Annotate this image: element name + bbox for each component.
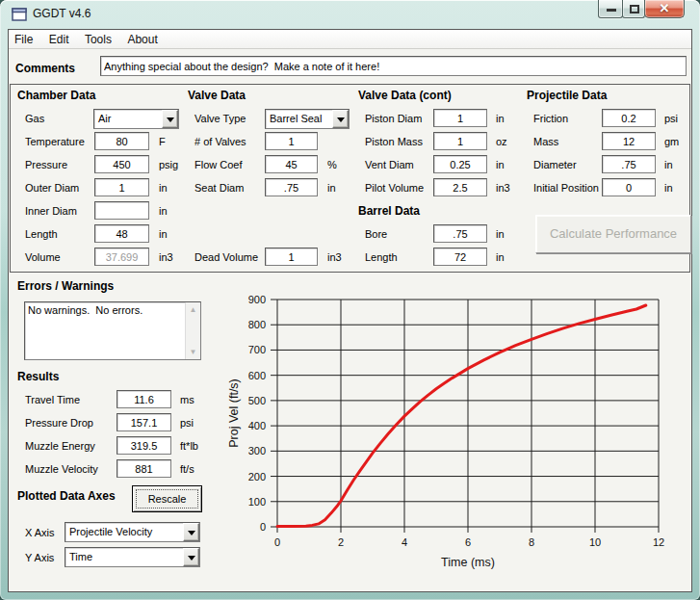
velocity-chart: 0246810120100200300400500600700800900Tim… — [215, 284, 684, 590]
svg-text:500: 500 — [248, 395, 266, 406]
friction-unit: psi — [664, 109, 678, 128]
gas-combo-button[interactable] — [162, 110, 178, 128]
app-icon — [12, 8, 27, 21]
pressure-label: Pressure — [25, 155, 67, 174]
volume-label: Volume — [25, 248, 61, 267]
initial-position-unit: in — [664, 178, 673, 197]
svg-text:Time (ms): Time (ms) — [441, 556, 495, 569]
travel-time-row: Travel Time ms — [25, 390, 218, 409]
x-axis-value: Projectile Velocity — [69, 523, 152, 541]
minimize-button[interactable] — [598, 0, 623, 18]
barrel-length-field[interactable] — [433, 248, 487, 266]
temperature-label: Temperature — [25, 132, 85, 151]
muzzle-velocity-field — [117, 459, 171, 478]
scrollbar[interactable]: ▲ ▼ — [185, 302, 200, 359]
bore-field[interactable] — [433, 224, 487, 243]
menu-edit[interactable]: Edit — [43, 30, 75, 49]
outer-diam-label: Outer Diam — [25, 178, 79, 197]
piston-diam-field[interactable] — [433, 109, 487, 127]
vent-diam-field[interactable] — [433, 155, 487, 173]
vent-diam-label: Vent Diam — [365, 155, 414, 174]
bore-row: Bore in — [365, 224, 533, 244]
scroll-up-icon[interactable]: ▲ — [186, 302, 200, 317]
menu-about[interactable]: About — [121, 30, 163, 49]
barrel-length-row: Length in — [365, 248, 533, 267]
length-row: Length in — [25, 224, 194, 244]
vent-diam-row: Vent Diam in — [365, 155, 533, 174]
flow-coef-row: Flow Coef % — [194, 155, 363, 174]
travel-time-unit: ms — [180, 390, 194, 409]
mass-row: Mass gm — [533, 132, 695, 151]
valve-type-value: Barrel Seal — [270, 110, 322, 128]
diameter-field[interactable] — [602, 155, 656, 173]
temperature-unit: F — [159, 132, 166, 151]
valve-type-combo[interactable]: Barrel Seal — [265, 109, 350, 129]
temperature-field[interactable] — [94, 132, 149, 150]
svg-text:0: 0 — [260, 521, 266, 533]
svg-text:600: 600 — [248, 370, 266, 381]
piston-diam-unit: in — [496, 109, 505, 128]
mass-label: Mass — [533, 132, 558, 151]
dead-volume-field[interactable] — [265, 248, 318, 266]
x-axis-combo[interactable]: Projectile Velocity — [65, 522, 200, 542]
rescale-label: Rescale — [136, 489, 198, 509]
initial-position-field[interactable] — [602, 178, 656, 196]
volume-row: Volume in3 — [25, 248, 194, 267]
calculate-performance-button[interactable]: Calculate Performance — [535, 215, 691, 253]
piston-mass-field[interactable] — [433, 132, 487, 150]
diameter-label: Diameter — [533, 155, 577, 174]
dead-volume-unit: in3 — [327, 248, 342, 267]
errors-warnings-title: Errors / Warnings — [17, 279, 114, 293]
valve-type-row: Valve Type Barrel Seal — [194, 109, 363, 128]
rescale-button[interactable]: Rescale — [132, 485, 202, 512]
maximize-button[interactable] — [622, 0, 645, 18]
app-window: GGDT v4.6 ✕ File Edit Tools About Commen… — [0, 0, 700, 600]
vent-diam-unit: in — [496, 155, 505, 174]
pressure-field[interactable] — [94, 155, 149, 173]
length-unit: in — [159, 224, 168, 244]
travel-time-label: Travel Time — [25, 390, 80, 409]
bore-unit: in — [496, 224, 505, 244]
comments-input[interactable] — [100, 56, 687, 76]
y-axis-combo-button[interactable] — [183, 548, 199, 566]
svg-text:4: 4 — [402, 536, 407, 548]
outer-diam-field[interactable] — [94, 178, 149, 196]
title-bar: GGDT v4.6 ✕ — [0, 0, 700, 29]
pilot-volume-unit: in3 — [496, 178, 510, 197]
seat-diam-field[interactable] — [265, 178, 318, 196]
scroll-down-icon[interactable]: ▼ — [186, 345, 200, 359]
gas-row: Gas Air — [25, 109, 194, 128]
num-valves-field[interactable] — [265, 132, 318, 150]
initial-position-row: Initial Position in — [533, 178, 695, 197]
maximize-icon — [630, 5, 639, 13]
chevron-down-icon — [188, 556, 195, 561]
svg-text:400: 400 — [248, 420, 266, 431]
mass-field[interactable] — [602, 132, 656, 150]
pressure-drop-field — [117, 413, 171, 431]
friction-field[interactable] — [602, 109, 656, 127]
y-axis-combo[interactable]: Time — [65, 547, 200, 567]
flow-coef-field[interactable] — [265, 155, 318, 173]
inner-diam-field[interactable] — [94, 201, 149, 220]
valve-type-combo-button[interactable] — [332, 110, 349, 128]
menu-tools[interactable]: Tools — [79, 30, 117, 49]
pilot-volume-field[interactable] — [433, 178, 487, 196]
gas-combo[interactable]: Air — [93, 109, 179, 129]
pressure-unit: psig — [159, 155, 178, 174]
close-button[interactable]: ✕ — [644, 0, 685, 18]
close-icon: ✕ — [660, 1, 670, 15]
y-axis-label: Y Axis — [25, 552, 54, 563]
menu-file[interactable]: File — [9, 30, 39, 49]
length-field[interactable] — [94, 224, 149, 243]
svg-text:12: 12 — [653, 536, 664, 548]
inner-diam-unit: in — [159, 201, 168, 221]
x-axis-combo-button[interactable] — [183, 523, 199, 541]
mass-unit: gm — [664, 132, 679, 151]
errors-warnings-box[interactable]: No warnings. No errors. ▲ ▼ — [24, 301, 201, 360]
piston-mass-label: Piston Mass — [365, 132, 423, 151]
muzzle-velocity-label: Muzzle Velocity — [25, 459, 98, 479]
chamber-data-title: Chamber Data — [17, 89, 95, 102]
pilot-volume-row: Pilot Volume in3 — [365, 178, 533, 197]
pressure-drop-row: Pressure Drop psi — [25, 413, 218, 432]
chevron-down-icon — [337, 117, 345, 122]
